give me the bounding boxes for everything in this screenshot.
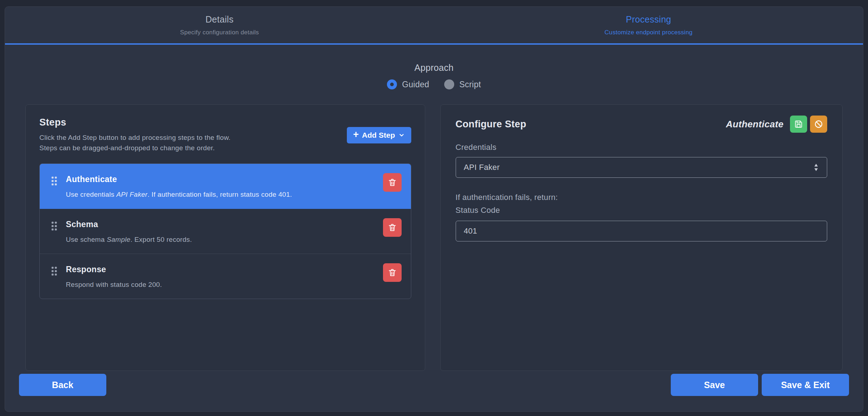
grip-vertical-icon[interactable] <box>51 176 57 186</box>
step-row-authenticate[interactable]: Authenticate Use credentials API Faker. … <box>40 164 411 209</box>
step-desc-text: . If authentication fails, return status… <box>147 191 292 198</box>
configure-step-panel: Configure Step Authenticate Credentials … <box>440 104 843 371</box>
approach-radio-group: Guided Script <box>387 79 481 89</box>
up-down-arrows-icon <box>813 163 819 172</box>
grip-vertical-icon[interactable] <box>51 266 57 276</box>
tab-processing-title: Processing <box>626 14 671 25</box>
radio-script-label: Script <box>459 80 481 89</box>
tab-bar: Details Specify configuration details Pr… <box>5 7 863 43</box>
approach-label: Approach <box>5 63 863 73</box>
steps-panel-description: Click the Add Step button to add process… <box>39 132 347 153</box>
step-desc-text: Respond with status code 200. <box>66 281 162 288</box>
floppy-disk-icon <box>794 119 803 129</box>
step-body: Schema Use schema Sample. Export 50 reco… <box>66 218 383 244</box>
credentials-select[interactable]: API Faker <box>456 157 828 178</box>
add-step-label: Add Step <box>362 131 395 140</box>
footer-bar: Back Save Save & Exit <box>5 374 863 396</box>
plus-icon: + <box>353 130 359 140</box>
tab-details-title: Details <box>205 14 234 25</box>
credentials-label: Credentials <box>456 143 828 152</box>
radio-script[interactable]: Script <box>444 79 481 89</box>
approach-section: Approach Guided Script <box>5 63 863 91</box>
back-button[interactable]: Back <box>19 374 106 396</box>
steps-panel-text: Steps Click the Add Step button to add p… <box>39 117 347 153</box>
steps-panel: Steps Click the Add Step button to add p… <box>25 104 425 371</box>
step-title: Response <box>66 265 383 274</box>
wizard-card: Details Specify configuration details Pr… <box>5 6 863 412</box>
steps-panel-header: Steps Click the Add Step button to add p… <box>39 117 411 153</box>
step-desc-italic: Sample <box>107 236 130 243</box>
step-desc-text: . Export 50 records. <box>130 236 192 243</box>
radio-checked-icon <box>387 79 397 89</box>
save-and-exit-button[interactable]: Save & Exit <box>762 374 849 396</box>
steps-panel-title: Steps <box>39 117 347 128</box>
step-body: Authenticate Use credentials API Faker. … <box>66 173 383 199</box>
radio-guided[interactable]: Guided <box>387 79 429 89</box>
step-body: Response Respond with status code 200. <box>66 263 383 289</box>
ban-icon <box>814 119 823 129</box>
trash-icon <box>388 223 397 232</box>
delete-step-button[interactable] <box>383 263 402 282</box>
tab-details-subtitle: Specify configuration details <box>180 29 259 36</box>
status-code-label: Status Code <box>456 206 828 215</box>
configure-step-header: Configure Step Authenticate <box>456 116 828 133</box>
step-title: Schema <box>66 220 383 229</box>
step-desc-text: Use credentials <box>66 191 116 198</box>
active-tab-underline <box>5 43 863 45</box>
footer-right-buttons: Save Save & Exit <box>671 374 849 396</box>
trash-icon <box>388 178 397 187</box>
step-description: Use credentials API Faker. If authentica… <box>66 191 383 199</box>
step-desc-italic: API Faker <box>116 191 147 198</box>
steps-description-line1: Click the Add Step button to add process… <box>39 134 231 141</box>
tab-details[interactable]: Details Specify configuration details <box>5 7 434 43</box>
step-description: Respond with status code 200. <box>66 281 383 289</box>
step-list: Authenticate Use credentials API Faker. … <box>39 163 411 299</box>
configured-step-name: Authenticate <box>726 119 784 130</box>
steps-description-line2: Steps can be dragged-and-dropped to chan… <box>39 144 215 152</box>
credentials-select-value: API Faker <box>464 163 814 172</box>
step-title: Authenticate <box>66 175 383 184</box>
configure-step-title: Configure Step <box>456 119 726 130</box>
chevron-down-icon <box>398 132 405 138</box>
delete-step-button[interactable] <box>383 173 402 192</box>
save-step-button[interactable] <box>790 116 807 133</box>
trash-icon <box>388 268 397 277</box>
add-step-button[interactable]: + Add Step <box>347 127 411 143</box>
tab-processing-subtitle: Customize endpoint processing <box>605 29 693 36</box>
step-row-response[interactable]: Response Respond with status code 200. <box>40 254 411 299</box>
step-desc-text: Use schema <box>66 236 107 243</box>
auth-fail-text: If authentication fails, return: <box>456 193 828 202</box>
delete-step-button[interactable] <box>383 218 402 237</box>
tab-processing[interactable]: Processing Customize endpoint processing <box>434 7 863 43</box>
cancel-step-button[interactable] <box>810 116 827 133</box>
main-content: Steps Click the Add Step button to add p… <box>5 104 863 371</box>
status-code-input[interactable] <box>456 221 828 241</box>
radio-guided-label: Guided <box>402 80 429 89</box>
radio-unchecked-icon <box>444 79 454 89</box>
grip-vertical-icon[interactable] <box>51 221 57 231</box>
step-description: Use schema Sample. Export 50 records. <box>66 236 383 244</box>
save-button[interactable]: Save <box>671 374 758 396</box>
step-row-schema[interactable]: Schema Use schema Sample. Export 50 reco… <box>40 209 411 254</box>
